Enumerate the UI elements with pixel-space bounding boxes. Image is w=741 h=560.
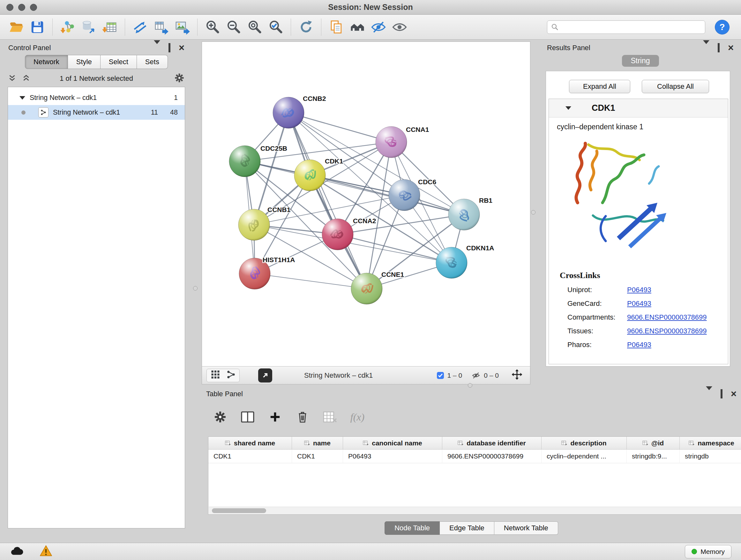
- tab-network[interactable]: Network: [25, 55, 68, 69]
- search-input[interactable]: [561, 23, 701, 31]
- function-builder-button[interactable]: f(x): [350, 409, 365, 425]
- table-cell[interactable]: 9606.ENSP00000378699: [442, 449, 542, 463]
- tab-network-table[interactable]: Network Table: [494, 521, 558, 535]
- left-splitter-handle[interactable]: [193, 286, 198, 291]
- table-cell[interactable]: stringdb:9...: [627, 449, 680, 463]
- open-file-button[interactable]: [7, 17, 25, 37]
- cloud-status-button[interactable]: [10, 546, 23, 557]
- horizontal-splitter-handle[interactable]: [468, 383, 472, 388]
- pan-mode-button[interactable]: [511, 368, 523, 382]
- table-options-button[interactable]: [212, 409, 228, 425]
- network-tools-button[interactable]: [131, 17, 149, 37]
- gene-caret-icon[interactable]: [565, 106, 571, 110]
- zoom-fit-button[interactable]: [246, 17, 264, 37]
- collapse-all-button[interactable]: Collapse All: [642, 80, 709, 93]
- export-network-button[interactable]: [152, 17, 171, 37]
- panel-close-button[interactable]: ×: [179, 44, 185, 52]
- tab-string[interactable]: String: [622, 55, 659, 67]
- network-view[interactable]: CCNB2CCNA1CDC25BCDK1CDC6RB1CCNB1CCNA2CDK…: [202, 42, 530, 384]
- network-node-CCNA2[interactable]: CCNA2: [322, 217, 376, 250]
- scrollbar-thumb[interactable]: [212, 508, 266, 513]
- hidden-eye-slash-icon[interactable]: [472, 372, 481, 379]
- delete-table-button[interactable]: [322, 409, 338, 425]
- panel-float-button[interactable]: [721, 390, 723, 398]
- external-link-button[interactable]: [258, 368, 272, 382]
- export-image-button[interactable]: [173, 17, 192, 37]
- right-splitter-handle[interactable]: [531, 210, 536, 214]
- delete-column-button[interactable]: [295, 409, 310, 425]
- crosslink-link[interactable]: P06493: [627, 341, 651, 349]
- eye-button[interactable]: [390, 17, 409, 37]
- collapse-all-button[interactable]: [8, 74, 16, 83]
- panel-collapse-button[interactable]: [703, 44, 710, 52]
- expand-all-button[interactable]: Expand All: [569, 80, 630, 93]
- panel-float-button[interactable]: [169, 44, 171, 52]
- grid-view-button[interactable]: [211, 370, 220, 381]
- column-header-description[interactable]: description: [542, 437, 627, 449]
- table-cell[interactable]: P06493: [343, 449, 442, 463]
- expand-all-tree-button[interactable]: [22, 74, 30, 83]
- zoom-selected-button[interactable]: [266, 17, 285, 37]
- search-box[interactable]: [547, 20, 705, 34]
- import-table-file-button[interactable]: [100, 17, 119, 37]
- column-header-name[interactable]: name: [292, 437, 343, 449]
- gene-header-row[interactable]: CDK1: [549, 99, 728, 118]
- network-edge[interactable]: [288, 113, 367, 289]
- selected-checkbox-icon[interactable]: [436, 372, 444, 379]
- network-canvas[interactable]: CCNB2CCNA1CDC25BCDK1CDC6RB1CCNB1CCNA2CDK…: [202, 42, 530, 366]
- refresh-button[interactable]: [297, 17, 315, 37]
- crosslink-link[interactable]: 9606.ENSP00000378699: [627, 313, 707, 321]
- column-header--id[interactable]: @id: [627, 437, 680, 449]
- zoom-out-button[interactable]: [224, 17, 243, 37]
- zoom-in-button[interactable]: [203, 17, 222, 37]
- save-session-button[interactable]: [28, 17, 47, 37]
- help-button[interactable]: ?: [715, 20, 730, 35]
- tree-caret-icon[interactable]: [19, 96, 25, 100]
- network-node-CCNB2[interactable]: CCNB2: [273, 95, 326, 128]
- panel-float-button[interactable]: [718, 44, 720, 52]
- column-header-shared-name[interactable]: shared name: [208, 437, 292, 449]
- table-cell[interactable]: CDK1: [208, 449, 292, 463]
- network-node-CCNE1[interactable]: CCNE1: [351, 271, 404, 304]
- home-neighbors-button[interactable]: [348, 17, 367, 37]
- tab-edge-table[interactable]: Edge Table: [440, 521, 494, 535]
- column-header-namespace[interactable]: namespace: [680, 437, 741, 449]
- import-network-file-button[interactable]: [58, 17, 77, 37]
- panel-close-button[interactable]: ×: [728, 44, 734, 52]
- column-header-database-identifier[interactable]: database identifier: [442, 437, 542, 449]
- network-collection-row[interactable]: String Network – cdk1 1: [8, 90, 185, 105]
- crosslink-link[interactable]: P06493: [627, 286, 651, 294]
- tab-sets[interactable]: Sets: [137, 55, 168, 69]
- crosslink-link[interactable]: P06493: [627, 300, 651, 308]
- table-cell[interactable]: cyclin–dependent ...: [542, 449, 627, 463]
- import-network-database-button[interactable]: [79, 17, 98, 37]
- network-node-CCNA1[interactable]: CCNA1: [376, 126, 429, 158]
- crosslink-link[interactable]: 9606.ENSP00000378699: [627, 327, 707, 335]
- network-node-RB1[interactable]: RB1: [448, 197, 492, 230]
- warnings-button[interactable]: [40, 545, 52, 558]
- memory-button[interactable]: Memory: [685, 545, 731, 558]
- panel-collapse-button[interactable]: [706, 390, 712, 398]
- network-options-button[interactable]: [174, 73, 185, 84]
- show-columns-button[interactable]: [240, 409, 255, 425]
- network-edge[interactable]: [255, 273, 367, 289]
- network-row[interactable]: String Network – cdk1 11 48: [8, 105, 185, 120]
- show-hide-button[interactable]: [369, 17, 388, 37]
- network-edge[interactable]: [310, 175, 464, 214]
- table-cell[interactable]: stringdb: [680, 449, 741, 463]
- tab-style[interactable]: Style: [68, 55, 100, 69]
- network-edge[interactable]: [288, 113, 391, 142]
- tab-select[interactable]: Select: [100, 55, 137, 69]
- network-overview-button[interactable]: [226, 370, 235, 381]
- horizontal-scrollbar[interactable]: [209, 507, 741, 514]
- panel-close-button[interactable]: ×: [731, 390, 737, 398]
- tab-node-table[interactable]: Node Table: [385, 521, 440, 535]
- network-node-CDKN1A[interactable]: CDKN1A: [436, 244, 494, 278]
- network-node-CDK1[interactable]: CDK1: [294, 158, 343, 191]
- table-cell[interactable]: CDK1: [292, 449, 343, 463]
- network-node-HIST1H1A[interactable]: HIST1H1A: [239, 256, 295, 289]
- create-column-button[interactable]: [267, 409, 283, 425]
- cybrowser-button[interactable]: [327, 17, 346, 37]
- column-header-canonical-name[interactable]: canonical name: [343, 437, 442, 449]
- panel-collapse-button[interactable]: [154, 44, 160, 52]
